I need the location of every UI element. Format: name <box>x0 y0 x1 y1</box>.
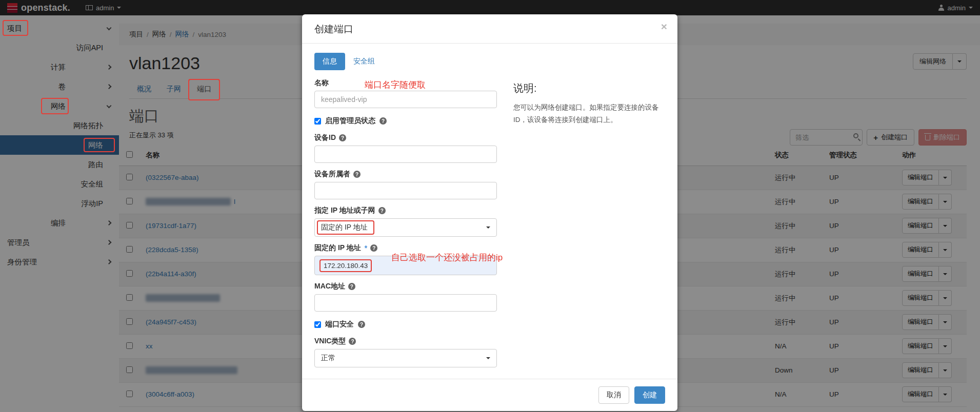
help-icon[interactable]: ? <box>348 283 355 290</box>
port-security-checkbox[interactable] <box>314 321 321 328</box>
admin-state-checkbox-row: 启用管理员状态 ? <box>314 116 497 126</box>
create-port-modal: 创建端口 × 信息 安全组 名称 端口名字随便取 启用管理员状态 ? 设备ID … <box>302 14 677 411</box>
help-icon[interactable]: ? <box>358 321 365 328</box>
description-heading: 说明: <box>513 81 665 95</box>
close-icon[interactable]: × <box>661 20 667 33</box>
ip-or-subnet-selected-value: 固定的 IP 地址 <box>321 223 368 232</box>
port-name-input[interactable] <box>314 91 497 108</box>
help-icon[interactable]: ? <box>339 134 346 141</box>
description-text: 您可以为网络创建端口。如果指定要连接的设备ID，该设备将连接到创建端口上。 <box>513 101 665 126</box>
modal-tab-security-groups[interactable]: 安全组 <box>345 53 383 70</box>
fixed-ip-field-group: 固定的 IP 地址* ? 自己选取一个还没被占用的ip 172.20.180.4… <box>314 243 497 275</box>
modal-tabs: 信息 安全组 <box>314 53 497 70</box>
modal-description-column: 说明: 您可以为网络创建端口。如果指定要连接的设备ID，该设备将连接到创建端口上… <box>513 53 665 379</box>
help-icon[interactable]: ? <box>353 171 361 178</box>
device-owner-input[interactable] <box>314 182 497 199</box>
modal-footer: 取消 创建 <box>302 379 677 411</box>
name-field-group: 名称 端口名字随便取 <box>314 78 497 108</box>
vnic-label: VNIC类型 <box>314 337 346 346</box>
port-security-checkbox-row: 端口安全 ? <box>314 320 497 329</box>
help-icon[interactable]: ? <box>370 244 377 252</box>
device-owner-field-group: 设备所属者 ? <box>314 170 497 199</box>
vnic-type-select[interactable]: 正常 <box>314 349 497 367</box>
modal-tab-info[interactable]: 信息 <box>314 53 345 70</box>
required-mark: * <box>365 244 367 252</box>
fixed-ip-label: 固定的 IP 地址 <box>314 243 361 253</box>
device-id-field-group: 设备ID ? <box>314 133 497 163</box>
name-label: 名称 <box>314 78 329 88</box>
annotation-name-hint: 端口名字随便取 <box>365 79 426 91</box>
modal-title: 创建端口 <box>314 23 665 36</box>
modal-body: 信息 安全组 名称 端口名字随便取 启用管理员状态 ? 设备ID ? 设备所属者 <box>302 44 677 379</box>
device-id-input[interactable] <box>314 146 497 163</box>
mac-field-group: MAC地址 ? <box>314 282 497 312</box>
submit-button[interactable]: 创建 <box>634 386 665 404</box>
modal-header: 创建端口 × <box>302 14 677 44</box>
modal-form-column: 信息 安全组 名称 端口名字随便取 启用管理员状态 ? 设备ID ? 设备所属者 <box>314 53 497 379</box>
help-icon[interactable]: ? <box>379 117 387 125</box>
device-owner-label: 设备所属者 <box>314 170 350 179</box>
mac-label: MAC地址 <box>314 282 345 291</box>
annotation-ip-hint: 自己选取一个还没被占用的ip <box>391 252 503 263</box>
help-icon[interactable]: ? <box>349 338 356 345</box>
help-icon[interactable]: ? <box>378 207 386 214</box>
vnic-selected-value: 正常 <box>321 354 335 363</box>
ip-or-subnet-select[interactable]: 固定的 IP 地址 <box>314 218 497 237</box>
admin-state-label: 启用管理员状态 <box>325 116 375 126</box>
mac-address-input[interactable] <box>314 294 497 312</box>
ip-or-subnet-field-group: 指定 IP 地址或子网 ? 固定的 IP 地址 <box>314 206 497 237</box>
admin-state-checkbox[interactable] <box>314 118 321 125</box>
caret-down-icon <box>486 226 490 229</box>
cancel-button[interactable]: 取消 <box>598 386 629 404</box>
fixed-ip-value: 172.20.180.43 <box>319 259 372 272</box>
port-security-label: 端口安全 <box>325 320 354 329</box>
device-id-label: 设备ID <box>314 133 336 142</box>
vnic-field-group: VNIC类型 ? 正常 <box>314 337 497 367</box>
ip-or-subnet-label: 指定 IP 地址或子网 <box>314 206 375 215</box>
caret-down-icon <box>486 357 490 359</box>
